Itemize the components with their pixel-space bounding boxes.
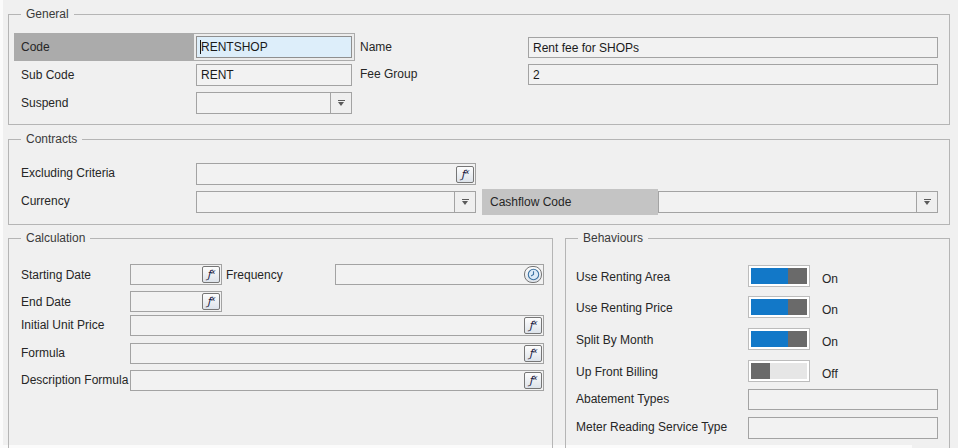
cashflow-code-combobox[interactable] [658, 191, 938, 213]
excluding-criteria-field: ƒx [196, 163, 476, 185]
excluding-criteria-formula-button[interactable]: ƒx [456, 166, 474, 183]
suspend-label: Suspend [21, 96, 68, 111]
suspend-dropdown-button[interactable] [330, 93, 351, 113]
group-behaviours-title: Behaviours [578, 231, 648, 246]
end-date-label: End Date [21, 295, 71, 310]
formula-label: Formula [21, 346, 65, 361]
excluding-criteria-input[interactable] [198, 164, 456, 184]
window-edge-left [0, 0, 3, 448]
use-renting-area-label: Use Renting Area [576, 270, 670, 285]
use-renting-area-state: On [822, 272, 838, 287]
fx-icon: ƒx [529, 320, 537, 331]
dropdown-arrow-icon [462, 199, 469, 205]
dropdown-arrow-icon [338, 100, 345, 106]
currency-value [197, 192, 454, 212]
fx-icon: ƒx [207, 296, 215, 307]
split-by-month-toggle[interactable] [748, 328, 810, 350]
split-by-month-state: On [822, 335, 838, 350]
fx-icon: ƒx [529, 348, 537, 359]
end-date-formula-button[interactable]: ƒx [202, 293, 220, 310]
description-formula-field: ƒx [130, 370, 544, 391]
cashflow-code-label: Cashflow Code [490, 195, 571, 210]
starting-date-formula-button[interactable]: ƒx [202, 266, 220, 283]
use-renting-price-toggle[interactable] [748, 296, 810, 318]
formula-formula-button[interactable]: ƒx [524, 345, 542, 362]
description-formula-formula-button[interactable]: ƒx [524, 372, 542, 389]
currency-label: Currency [21, 194, 70, 209]
name-label: Name [360, 40, 392, 55]
toggle-knob [788, 299, 807, 315]
toggle-knob [751, 363, 770, 379]
end-date-input[interactable] [132, 292, 202, 311]
fx-icon: ƒx [529, 375, 537, 386]
starting-date-input[interactable] [132, 265, 202, 284]
use-renting-area-toggle[interactable] [748, 265, 810, 287]
fee-group-input[interactable] [528, 64, 938, 85]
formula-input[interactable] [132, 344, 524, 363]
toggle-knob [788, 331, 807, 347]
sub-code-label: Sub Code [21, 68, 74, 83]
description-formula-label: Description Formula [21, 373, 128, 388]
frequency-field [335, 264, 544, 285]
currency-combobox[interactable] [196, 191, 476, 213]
code-input[interactable] [196, 36, 352, 58]
suspend-value [197, 93, 330, 113]
up-front-billing-label: Up Front Billing [576, 365, 658, 380]
group-contracts-title: Contracts [21, 132, 82, 147]
group-general-title: General [21, 7, 74, 22]
use-renting-price-state: On [822, 303, 838, 318]
up-front-billing-state: Off [822, 367, 838, 382]
fee-group-label: Fee Group [360, 67, 417, 82]
fx-icon: ƒx [207, 269, 215, 280]
text-caret [200, 40, 201, 54]
excluding-criteria-label: Excluding Criteria [21, 166, 115, 181]
split-by-month-label: Split By Month [576, 333, 653, 348]
code-label: Code [21, 40, 50, 55]
end-date-field: ƒx [130, 291, 222, 312]
cashflow-code-value [659, 192, 916, 212]
toggle-knob [788, 268, 807, 284]
group-calculation-title: Calculation [21, 231, 90, 246]
frequency-clock-button[interactable] [524, 266, 542, 283]
dropdown-arrow-icon [924, 199, 931, 205]
meter-reading-service-type-label: Meter Reading Service Type [576, 420, 727, 435]
abatement-types-input[interactable] [748, 389, 938, 410]
sub-code-input[interactable] [196, 64, 352, 86]
formula-field: ƒx [130, 343, 544, 364]
fee-type-form: General Contracts Calculation Behaviours… [0, 0, 958, 448]
initial-unit-price-label: Initial Unit Price [21, 318, 104, 333]
use-renting-price-label: Use Renting Price [576, 301, 673, 316]
initial-unit-price-formula-button[interactable]: ƒx [524, 317, 542, 334]
clock-icon [527, 268, 540, 281]
name-input[interactable] [528, 37, 938, 58]
currency-dropdown-button[interactable] [454, 192, 475, 212]
frequency-input[interactable] [337, 265, 524, 284]
starting-date-label: Starting Date [21, 268, 91, 283]
frequency-label: Frequency [226, 268, 283, 283]
initial-unit-price-input[interactable] [132, 316, 524, 335]
meter-reading-service-type-input[interactable] [748, 417, 938, 439]
cashflow-code-dropdown-button[interactable] [916, 192, 937, 212]
up-front-billing-toggle[interactable] [748, 360, 810, 382]
initial-unit-price-field: ƒx [130, 315, 544, 336]
abatement-types-label: Abatement Types [576, 392, 669, 407]
fx-icon: ƒx [461, 169, 469, 180]
starting-date-field: ƒx [130, 264, 222, 285]
description-formula-input[interactable] [132, 371, 524, 390]
suspend-combobox[interactable] [196, 92, 352, 114]
